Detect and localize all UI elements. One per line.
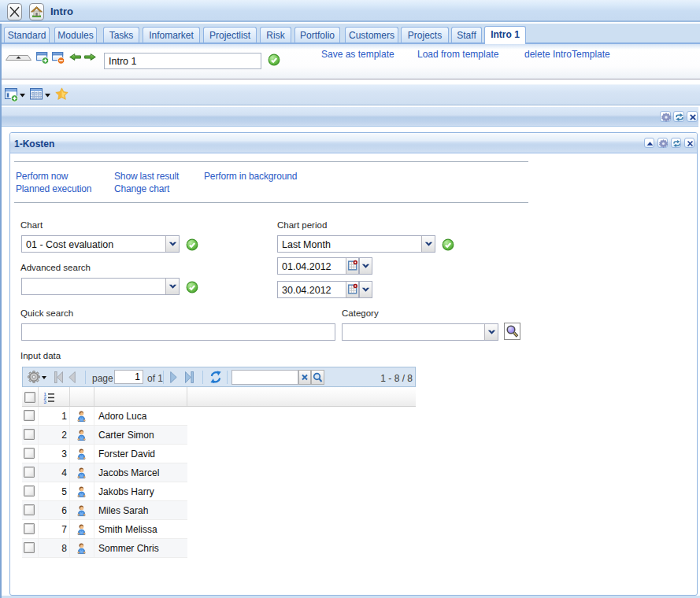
svg-text:3: 3 xyxy=(44,400,47,404)
